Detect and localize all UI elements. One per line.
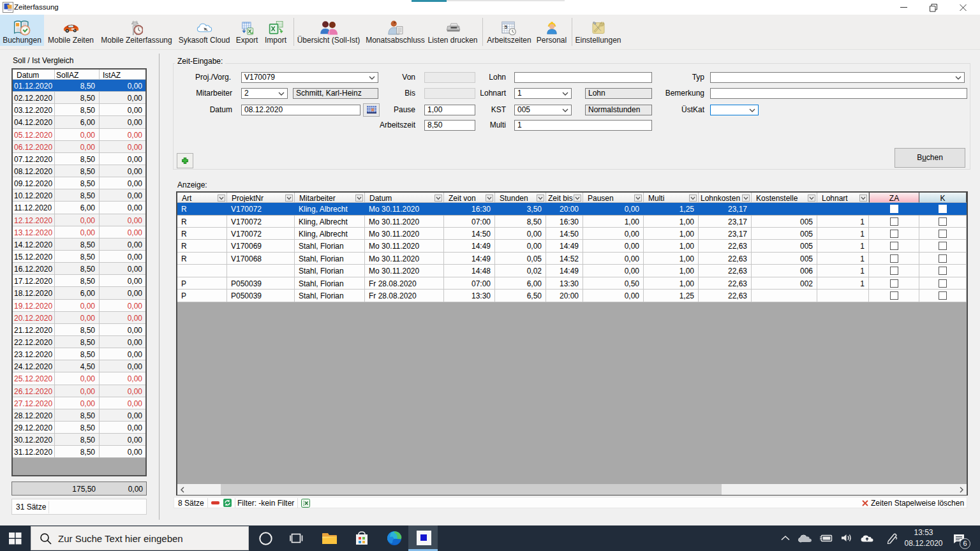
svg-text:5: 5: [505, 24, 508, 30]
